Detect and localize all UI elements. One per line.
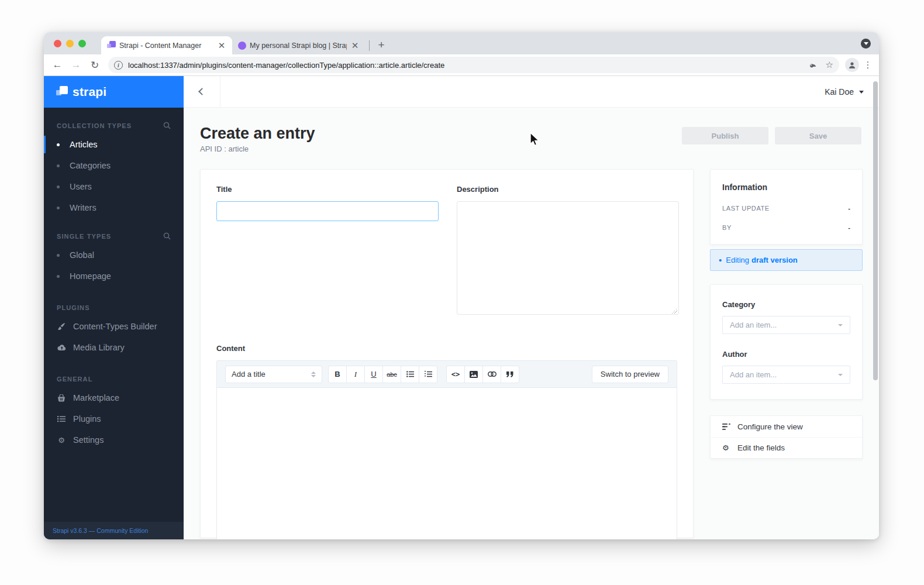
publish-button[interactable]: Publish <box>682 127 768 144</box>
strapi-version-footer[interactable]: Strapi v3.6.3 — Community Edition <box>44 522 184 539</box>
description-field-label: Description <box>457 185 679 194</box>
blog-favicon-icon <box>238 42 246 50</box>
entry-form-card: Title Description <box>200 169 694 538</box>
brush-icon <box>57 322 65 331</box>
title-field-label: Title <box>216 185 439 194</box>
information-title: Information <box>722 183 850 192</box>
italic-button[interactable]: I <box>346 366 365 383</box>
bullet-icon <box>57 164 60 167</box>
relations-card: Category Add an item... Author Add an it… <box>710 284 863 400</box>
blockquote-button[interactable] <box>501 366 519 383</box>
code-button[interactable]: <> <box>446 366 465 383</box>
strikethrough-button[interactable]: abc <box>382 366 401 383</box>
section-title-single-types: SINGLE TYPES <box>57 233 163 240</box>
quote-icon <box>506 371 513 377</box>
tab-personal-blog[interactable]: My personal Strapi blog | Strap ✕ <box>232 36 366 54</box>
sidebar-item-settings[interactable]: ⚙ Settings <box>44 429 184 450</box>
user-name: Kai Doe <box>825 87 854 97</box>
switch-to-preview-button[interactable]: Switch to preview <box>592 366 668 383</box>
unordered-list-button[interactable] <box>401 366 419 383</box>
back-navigation-button[interactable] <box>184 76 220 107</box>
view-settings-card: Configure the view ⚙ Edit the fields <box>710 415 863 459</box>
title-input[interactable] <box>216 201 439 221</box>
description-textarea[interactable] <box>457 201 679 315</box>
numbered-list-icon <box>425 371 432 377</box>
richtext-editor: Add a title B I U abc <box>216 360 677 539</box>
image-button[interactable] <box>464 366 483 383</box>
tab-title: My personal Strapi blog | Strap <box>250 42 347 50</box>
sidebar-item-plugins[interactable]: Plugins <box>44 408 184 429</box>
strapi-logo[interactable]: strapi <box>44 76 184 108</box>
information-card: Information LAST UPDATE - BY - <box>710 169 863 245</box>
tab-search-button[interactable] <box>861 39 871 49</box>
search-icon[interactable] <box>163 122 171 129</box>
sidebar-item-articles[interactable]: Articles <box>44 134 184 155</box>
app-topbar: Kai Doe <box>184 76 879 108</box>
bold-button[interactable]: B <box>328 366 347 383</box>
sidebar-item-writers[interactable]: Writers <box>44 197 184 218</box>
bullet-icon <box>57 185 60 188</box>
sidebar-item-global[interactable]: Global <box>44 245 184 266</box>
window-controls <box>54 40 86 47</box>
configure-the-view-link[interactable]: Configure the view <box>711 416 862 437</box>
password-key-icon[interactable] <box>809 60 819 70</box>
tab-strapi-content-manager[interactable]: Strapi - Content Manager ✕ <box>101 36 232 54</box>
tab-title: Strapi - Content Manager <box>119 42 213 50</box>
category-select[interactable]: Add an item... <box>722 316 850 334</box>
author-select[interactable]: Add an item... <box>722 366 850 384</box>
browser-window: Strapi - Content Manager ✕ My personal S… <box>44 32 879 539</box>
gear-icon: ⚙ <box>722 443 731 452</box>
heading-select[interactable]: Add a title <box>225 366 322 383</box>
user-menu[interactable]: Kai Doe <box>825 76 879 107</box>
close-tab-icon[interactable]: ✕ <box>350 40 360 51</box>
bullet-icon <box>57 207 60 209</box>
sidebar-item-homepage[interactable]: Homepage <box>44 266 184 287</box>
section-title-plugins: PLUGINS <box>57 304 171 311</box>
browser-menu-icon[interactable]: ⋮ <box>863 60 873 70</box>
link-button[interactable] <box>482 366 501 383</box>
site-info-icon[interactable]: i <box>114 61 123 70</box>
sidebar-item-media-library[interactable]: Media Library <box>44 337 184 358</box>
profile-avatar[interactable] <box>845 58 859 72</box>
close-tab-icon[interactable]: ✕ <box>217 40 226 51</box>
close-window-button[interactable] <box>54 40 61 47</box>
resize-handle-icon[interactable] <box>672 308 677 314</box>
minimize-window-button[interactable] <box>66 40 74 47</box>
by-row: BY - <box>722 224 850 231</box>
search-icon[interactable] <box>163 232 171 240</box>
reload-button[interactable]: ↻ <box>87 57 102 73</box>
sidebar-item-content-types-builder[interactable]: Content-Types Builder <box>44 316 184 337</box>
sidebar-item-users[interactable]: Users <box>44 176 184 197</box>
page-scrollbar[interactable] <box>873 81 878 380</box>
sidebar-item-categories[interactable]: Categories <box>44 155 184 176</box>
editing-draft-banner: • Editing draft version <box>710 249 863 271</box>
bullet-icon <box>57 143 60 146</box>
maximize-window-button[interactable] <box>78 40 86 47</box>
url-text[interactable]: localhost:1337/admin/plugins/content-man… <box>128 61 809 70</box>
last-update-row: LAST UPDATE - <box>722 205 850 212</box>
select-spinner-icon <box>311 371 316 377</box>
forward-button[interactable]: → <box>68 57 84 73</box>
section-title-collection-types: COLLECTION TYPES <box>57 122 163 129</box>
person-icon <box>848 61 856 69</box>
save-button[interactable]: Save <box>775 127 861 144</box>
link-icon <box>488 371 497 377</box>
category-label: Category <box>722 300 850 309</box>
new-tab-button[interactable]: + <box>373 37 389 53</box>
content-area: Create an entry API ID : article Publish… <box>184 108 879 539</box>
gear-icon: ⚙ <box>57 436 66 445</box>
back-button[interactable]: ← <box>50 57 65 73</box>
chevron-left-icon <box>198 88 206 95</box>
tab-strip: Strapi - Content Manager ✕ My personal S… <box>44 32 879 54</box>
editor-body[interactable] <box>217 388 677 539</box>
chevron-down-icon <box>859 91 864 94</box>
address-bar[interactable]: i localhost:1337/admin/plugins/content-m… <box>108 57 839 73</box>
underline-button[interactable]: U <box>364 366 383 383</box>
author-label: Author <box>722 350 850 359</box>
edit-the-fields-link[interactable]: ⚙ Edit the fields <box>711 437 862 458</box>
editor-toolbar: Add a title B I U abc <box>217 361 677 388</box>
ordered-list-button[interactable] <box>419 366 437 383</box>
bookmark-star-icon[interactable]: ☆ <box>826 60 833 70</box>
sidebar-item-marketplace[interactable]: Marketplace <box>44 387 184 408</box>
sidebar: strapi COLLECTION TYPES Articles Categor… <box>44 76 184 539</box>
